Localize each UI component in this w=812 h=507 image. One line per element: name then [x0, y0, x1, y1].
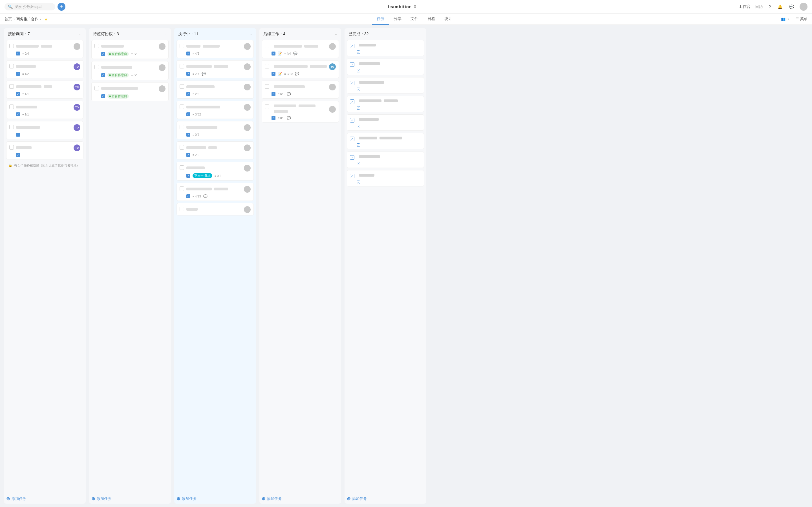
- task-checkbox[interactable]: [9, 105, 14, 109]
- task-card[interactable]: [347, 170, 424, 186]
- breadcrumb-project[interactable]: 商务推广合作 ∨: [16, 17, 42, 22]
- task-checkbox[interactable]: [350, 174, 354, 178]
- column-chevron-sign[interactable]: ⌄: [164, 32, 167, 36]
- tab-tasks[interactable]: 任务: [372, 13, 389, 25]
- task-checkbox[interactable]: [9, 44, 14, 48]
- check-icon: [101, 94, 105, 98]
- task-checkbox[interactable]: [9, 125, 14, 129]
- task-checkbox[interactable]: [9, 84, 14, 89]
- task-card[interactable]: [347, 59, 424, 75]
- menu-button[interactable]: ☰ 菜单: [796, 17, 808, 22]
- task-checkbox[interactable]: [180, 207, 184, 211]
- task-card[interactable]: TO ≡1/2: [6, 60, 84, 78]
- task-card[interactable]: 有合作意向 ≡0/1: [91, 40, 168, 59]
- task-checkbox[interactable]: [180, 44, 184, 48]
- task-card[interactable]: [347, 152, 424, 168]
- task-checkbox[interactable]: [180, 84, 184, 89]
- column-sign: 待签订协议・3 ⌄: [89, 28, 171, 504]
- task-checkbox[interactable]: [350, 44, 354, 48]
- task-checkbox[interactable]: [350, 81, 354, 86]
- breadcrumb-nav: 首页 › 商务推广合作 ∨ ★ 任务 分享 文件 日程 统计 👥 8 ☰ 菜单: [0, 13, 812, 25]
- task-checkbox[interactable]: [350, 100, 354, 104]
- task-avatar: [244, 43, 251, 50]
- deadline-badge: 下周一 截止: [193, 173, 212, 178]
- task-card[interactable]: ≡0/2: [176, 121, 254, 139]
- task-card[interactable]: ≡2/6: [176, 142, 254, 159]
- task-checkbox[interactable]: [265, 105, 269, 109]
- column-chevron-inquiry[interactable]: ⌄: [79, 32, 82, 36]
- task-checkbox[interactable]: [180, 186, 184, 191]
- star-icon[interactable]: ★: [44, 17, 48, 21]
- task-card[interactable]: ≡8/9 💬: [262, 101, 339, 122]
- add-button[interactable]: +: [57, 3, 65, 11]
- task-card[interactable]: TO ≡1/1: [6, 80, 84, 99]
- task-card[interactable]: TO: [6, 121, 84, 139]
- task-checkbox[interactable]: [180, 105, 184, 109]
- task-card[interactable]: [347, 40, 424, 56]
- task-checkbox[interactable]: [180, 145, 184, 150]
- bell-icon[interactable]: 🔔: [776, 3, 783, 10]
- task-card[interactable]: ≡3/32: [176, 101, 254, 119]
- sub-count: ≡2/6: [193, 153, 199, 157]
- task-card[interactable]: TO ≡1/1: [6, 101, 84, 119]
- task-checkbox[interactable]: [350, 118, 354, 122]
- add-task-button-followup[interactable]: ⊕ 添加任务: [259, 494, 341, 504]
- column-chevron-followup[interactable]: ⌄: [335, 32, 337, 36]
- task-checkbox[interactable]: [180, 165, 184, 170]
- task-checkbox[interactable]: [94, 65, 99, 69]
- search-box[interactable]: 🔍 搜索 少数派sspai: [4, 3, 55, 10]
- task-card[interactable]: [176, 203, 254, 216]
- task-checkbox[interactable]: [350, 136, 354, 141]
- task-card[interactable]: TO: [6, 142, 84, 159]
- check-icon: [101, 52, 105, 56]
- task-card[interactable]: ≡4/5: [176, 40, 254, 58]
- task-checkbox[interactable]: [94, 86, 99, 91]
- tab-stats[interactable]: 统计: [440, 13, 457, 25]
- tag-badge: 有合作意向: [107, 94, 129, 99]
- task-card[interactable]: ≡2/7 💬: [176, 60, 254, 78]
- user-avatar[interactable]: [800, 3, 808, 11]
- task-title: [359, 43, 376, 48]
- task-card[interactable]: ≡4/13 💬: [176, 183, 254, 201]
- add-task-button-completed[interactable]: ⊕ 添加任务: [345, 494, 426, 504]
- task-checkbox[interactable]: [9, 145, 14, 150]
- task-card[interactable]: [347, 77, 424, 94]
- task-card[interactable]: 有合作意向 ≡0/1: [91, 61, 168, 80]
- task-card[interactable]: 有合作意向: [91, 82, 168, 101]
- column-chevron-executing[interactable]: ⌄: [249, 32, 252, 36]
- task-avatar: [329, 106, 336, 113]
- task-checkbox[interactable]: [350, 155, 354, 160]
- task-checkbox[interactable]: [265, 44, 269, 48]
- task-card[interactable]: ≡6/6 💬: [262, 80, 339, 99]
- add-task-button-inquiry[interactable]: ⊕ 添加任务: [4, 494, 86, 504]
- sub-check: [357, 144, 360, 147]
- task-checkbox[interactable]: [350, 62, 354, 67]
- task-card[interactable]: [347, 114, 424, 131]
- task-checkbox[interactable]: [265, 64, 269, 68]
- task-avatar: TO: [73, 124, 80, 131]
- task-checkbox[interactable]: [265, 84, 269, 89]
- tab-schedule[interactable]: 日程: [423, 13, 440, 25]
- task-card[interactable]: 下周一 截止 ≡0/2: [176, 162, 254, 180]
- task-card[interactable]: ≡0/4: [6, 40, 84, 58]
- tab-files[interactable]: 文件: [406, 13, 423, 25]
- task-checkbox[interactable]: [9, 64, 14, 68]
- workbench-btn[interactable]: 工作台: [739, 4, 751, 9]
- chat-icon[interactable]: 💬: [788, 3, 795, 10]
- task-checkbox[interactable]: [94, 44, 99, 48]
- help-icon[interactable]: ?: [767, 3, 772, 10]
- tab-share[interactable]: 分享: [389, 13, 406, 25]
- top-navigation: 🔍 搜索 少数派sspai + teambition ⠿ 工作台 日历 ? 🔔 …: [0, 0, 812, 13]
- add-task-button-executing[interactable]: ⊕ 添加任务: [174, 494, 256, 504]
- member-count[interactable]: 👥 8: [781, 17, 789, 21]
- task-card[interactable]: [347, 133, 424, 149]
- task-card[interactable]: 📝 ≡4/4 💬: [262, 40, 339, 58]
- add-task-button-sign[interactable]: ⊕ 添加任务: [89, 494, 171, 504]
- task-card[interactable]: ≡2/9: [176, 80, 254, 99]
- task-checkbox[interactable]: [180, 64, 184, 68]
- task-card[interactable]: TO 📝 ≡9/10 💬: [262, 60, 339, 78]
- task-checkbox[interactable]: [180, 125, 184, 129]
- breadcrumb-home[interactable]: 首页: [4, 17, 12, 22]
- calendar-btn[interactable]: 日历: [755, 4, 763, 9]
- task-card[interactable]: [347, 96, 424, 112]
